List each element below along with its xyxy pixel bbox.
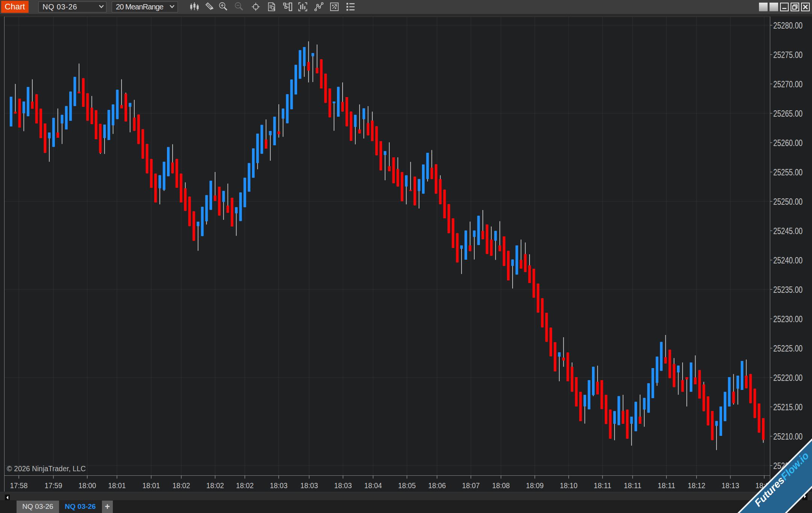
svg-text:18:11: 18:11 xyxy=(658,481,675,490)
svg-text:18:00: 18:00 xyxy=(79,481,96,490)
svg-text:18:03: 18:03 xyxy=(270,481,288,490)
svg-text:25220.00: 25220.00 xyxy=(773,373,803,383)
svg-text:18:03: 18:03 xyxy=(301,481,318,490)
svg-text:18:05: 18:05 xyxy=(398,481,416,490)
svg-text:18:01: 18:01 xyxy=(108,481,126,490)
svg-text:18:07: 18:07 xyxy=(462,481,480,490)
svg-text:18:01: 18:01 xyxy=(143,481,160,490)
svg-text:18:09: 18:09 xyxy=(526,481,544,490)
svg-text:25230.00: 25230.00 xyxy=(773,314,803,324)
svg-text:25270.00: 25270.00 xyxy=(773,79,803,89)
svg-text:17:58: 17:58 xyxy=(10,481,28,490)
svg-text:18:08: 18:08 xyxy=(492,481,510,490)
svg-text:© 2026 NinjaTrader, LLC: © 2026 NinjaTrader, LLC xyxy=(7,464,86,473)
svg-text:18:10: 18:10 xyxy=(560,481,578,490)
svg-text:18:02: 18:02 xyxy=(173,481,190,490)
svg-text:18:03: 18:03 xyxy=(334,481,352,490)
svg-text:18:13: 18:13 xyxy=(722,481,739,490)
svg-text:25260.00: 25260.00 xyxy=(773,138,803,148)
svg-text:18:02: 18:02 xyxy=(206,481,224,490)
svg-text:25215.00: 25215.00 xyxy=(773,402,803,412)
svg-text:17:59: 17:59 xyxy=(45,481,62,490)
svg-text:18:12: 18:12 xyxy=(688,481,706,490)
svg-text:25275.00: 25275.00 xyxy=(773,50,803,60)
svg-text:25225.00: 25225.00 xyxy=(773,344,803,353)
svg-text:25210.00: 25210.00 xyxy=(773,432,803,441)
svg-text:25250.00: 25250.00 xyxy=(773,197,803,207)
svg-text:18:11: 18:11 xyxy=(624,481,642,490)
svg-text:25280.00: 25280.00 xyxy=(773,21,803,30)
svg-text:25265.00: 25265.00 xyxy=(773,109,803,119)
svg-text:25240.00: 25240.00 xyxy=(773,256,803,265)
svg-text:25255.00: 25255.00 xyxy=(773,167,803,177)
svg-text:18:06: 18:06 xyxy=(428,481,446,490)
svg-text:25235.00: 25235.00 xyxy=(773,285,803,295)
svg-text:25245.00: 25245.00 xyxy=(773,226,803,236)
svg-text:18:02: 18:02 xyxy=(236,481,254,490)
svg-text:18:04: 18:04 xyxy=(364,481,382,490)
svg-text:18:11: 18:11 xyxy=(594,481,612,490)
